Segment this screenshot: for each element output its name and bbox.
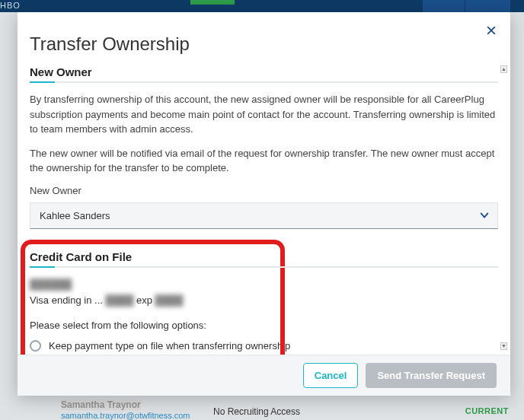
ownership-description-2: The new owner will be notified via email…: [30, 146, 498, 176]
modal-body: New Owner By transferring ownership of t…: [18, 59, 510, 355]
new-owner-selected-value: Kahlee Sanders: [40, 210, 110, 221]
user-row-background: Samantha Traynor samantha.traynor@otwfit…: [61, 399, 516, 420]
transfer-ownership-modal: Transfer Ownership ▲ ▼ New Owner By tran…: [18, 12, 510, 396]
topbar-slot: [465, 0, 510, 12]
payment-options-label: Please select from the following options…: [30, 320, 498, 331]
user-email: samantha.traynor@otwfitness.com: [61, 411, 190, 420]
card-last4-masked: ████: [106, 294, 134, 306]
user-name: Samantha Traynor: [61, 399, 141, 410]
new-owner-select[interactable]: Kahlee Sanders: [30, 202, 498, 229]
close-button[interactable]: [486, 24, 497, 38]
topbar-slot: [422, 0, 465, 12]
option-keep-label: Keep payment type on file when transferr…: [49, 340, 290, 352]
card-exp-label: exp: [133, 294, 155, 306]
card-brand-text: Visa ending in ...: [30, 294, 106, 306]
nav-fragment: HBO: [0, 1, 21, 10]
topbar-accent: [190, 0, 235, 5]
radio-icon: [30, 340, 41, 352]
user-status-badge: CURRENT: [465, 406, 509, 415]
user-access: No Recruiting Access: [213, 406, 300, 417]
cancel-button[interactable]: Cancel: [303, 363, 359, 388]
close-icon: [486, 24, 497, 39]
ownership-description-1: By transferring ownership of this accoun…: [30, 92, 498, 137]
new-owner-field-label: New Owner: [30, 185, 498, 196]
modal-title: Transfer Ownership: [30, 33, 190, 55]
option-keep-payment[interactable]: Keep payment type on file when transferr…: [30, 340, 498, 352]
cardholder-name-masked: ██████: [30, 278, 72, 290]
card-summary-line: Visa ending in ... ████ exp ████: [30, 294, 498, 306]
send-transfer-request-button[interactable]: Send Transfer Request: [366, 363, 497, 388]
new-owner-heading: New Owner: [30, 65, 498, 83]
credit-card-heading: Credit Card on File: [30, 250, 498, 268]
app-topbar: HBO: [0, 0, 524, 12]
credit-card-section: Credit Card on File ██████ Visa ending i…: [30, 250, 498, 355]
chevron-down-icon: [479, 210, 490, 221]
modal-footer: Cancel Send Transfer Request: [18, 355, 510, 396]
card-exp-masked: ████: [155, 294, 184, 306]
